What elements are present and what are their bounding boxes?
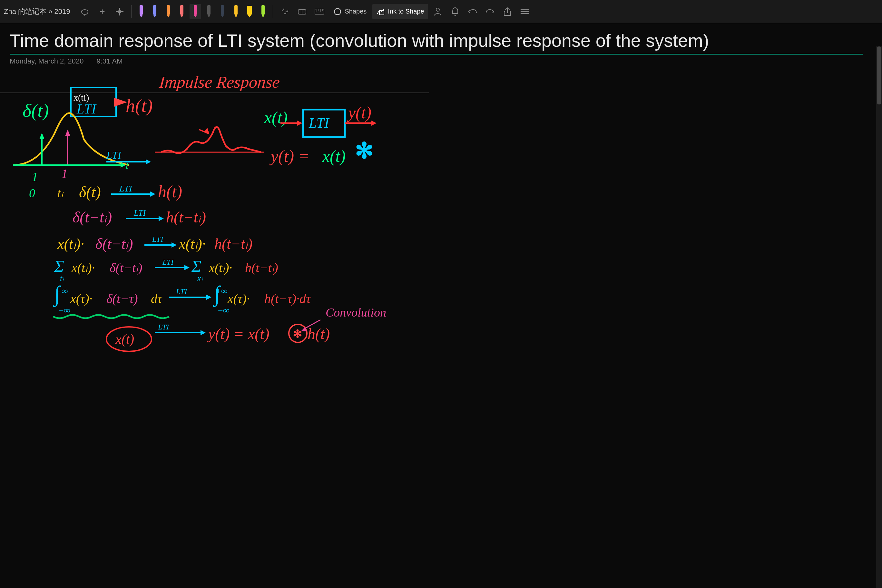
- svg-text:+∞: +∞: [56, 286, 68, 296]
- svg-text:δ(t−τ): δ(t−τ): [106, 291, 138, 306]
- svg-text:Σ: Σ: [54, 257, 64, 276]
- svg-text:h(t): h(t): [158, 183, 182, 201]
- pen-pink-active[interactable]: [189, 4, 201, 20]
- svg-text:tᵢ: tᵢ: [57, 186, 64, 200]
- svg-text:x(tᵢ)·: x(tᵢ)·: [57, 236, 84, 252]
- svg-text:LTI: LTI: [119, 183, 133, 194]
- canvas-area[interactable]: Time domain response of LTI system (conv…: [0, 23, 882, 588]
- svg-rect-12: [207, 5, 210, 15]
- svg-text:x(t): x(t): [264, 108, 288, 127]
- svg-text:Σ: Σ: [191, 257, 201, 276]
- shapes-button[interactable]: Shapes: [329, 4, 370, 20]
- svg-text:Impulse Response: Impulse Response: [158, 73, 281, 91]
- svg-text:Convolution: Convolution: [326, 306, 386, 319]
- svg-rect-18: [247, 6, 252, 14]
- svg-text:δ(t): δ(t): [22, 100, 49, 121]
- svg-marker-108: [206, 295, 212, 300]
- svg-marker-9: [180, 15, 183, 17]
- svg-marker-75: [150, 192, 155, 196]
- svg-text:✻: ✻: [355, 139, 373, 164]
- pen-indigo[interactable]: [149, 4, 160, 20]
- ink-to-shape-button[interactable]: Ink to Shape: [372, 4, 428, 20]
- svg-marker-15: [221, 15, 224, 17]
- svg-text:y(t): y(t): [346, 104, 371, 122]
- svg-text:y(t) =: y(t) =: [269, 147, 309, 166]
- svg-marker-11: [194, 15, 197, 17]
- pen-red[interactable]: [176, 4, 188, 20]
- svg-marker-5: [153, 15, 156, 17]
- pen-yellow-amber[interactable]: [230, 4, 242, 20]
- ink-annotations: Impulse Response δ(t) x(ti) LTI h(t) t 1…: [0, 23, 882, 588]
- svg-text:LTI: LTI: [106, 149, 122, 161]
- svg-marker-63: [297, 121, 302, 126]
- pen-black[interactable]: [203, 4, 215, 20]
- user-icon-button[interactable]: [430, 4, 446, 20]
- svg-text:x(τ)·: x(τ)·: [70, 291, 93, 306]
- svg-rect-8: [180, 5, 183, 15]
- toolbar: Zha 的笔记本 » 2019 +: [0, 0, 882, 23]
- svg-rect-10: [194, 5, 197, 15]
- ruler-button[interactable]: [312, 4, 327, 20]
- svg-text:LTI: LTI: [134, 208, 146, 218]
- svg-text:x(tᵢ)·: x(tᵢ)·: [208, 261, 232, 275]
- svg-text:LTI: LTI: [158, 323, 169, 331]
- svg-rect-4: [153, 5, 156, 15]
- svg-marker-3: [140, 15, 143, 17]
- svg-marker-86: [171, 242, 177, 248]
- scrollbar[interactable]: [876, 46, 882, 588]
- svg-marker-118: [201, 330, 206, 335]
- svg-text:LTI: LTI: [176, 287, 187, 296]
- svg-text:xᵢ: xᵢ: [197, 274, 203, 283]
- svg-marker-67: [371, 121, 376, 126]
- svg-marker-45: [39, 133, 45, 139]
- bell-button[interactable]: [447, 4, 463, 20]
- shapes-label: Shapes: [345, 8, 366, 15]
- pen-green[interactable]: [257, 4, 269, 20]
- more-button[interactable]: [517, 4, 532, 20]
- svg-text:x(τ)·: x(τ)·: [227, 291, 250, 306]
- pen-darkgray[interactable]: [217, 4, 228, 20]
- svg-rect-30: [335, 9, 340, 14]
- svg-text:x(ti): x(ti): [74, 93, 89, 102]
- redo-button[interactable]: [482, 4, 498, 20]
- svg-text:x(t): x(t): [115, 332, 134, 347]
- separator2: [273, 5, 273, 18]
- pen-yellow-bright[interactable]: [244, 4, 255, 20]
- pen-purple[interactable]: [135, 4, 147, 20]
- eraser-button[interactable]: [294, 4, 310, 20]
- svg-point-32: [436, 8, 440, 11]
- pen-orange[interactable]: [162, 4, 174, 20]
- svg-text:LTI: LTI: [76, 102, 97, 116]
- svg-text:h(t−τ)·dτ: h(t−τ)·dτ: [264, 291, 311, 306]
- svg-marker-95: [184, 265, 189, 270]
- svg-text:h(t−tᵢ): h(t−tᵢ): [214, 236, 252, 252]
- svg-marker-17: [234, 15, 238, 17]
- add-button[interactable]: +: [94, 4, 110, 20]
- svg-text:h(t−tᵢ): h(t−tᵢ): [245, 261, 278, 275]
- svg-marker-7: [166, 15, 170, 17]
- svg-text:+∞: +∞: [216, 286, 228, 296]
- lasso-tool-button[interactable]: [77, 4, 93, 20]
- touch-tool-button[interactable]: [277, 4, 292, 20]
- share-button[interactable]: [500, 4, 515, 20]
- svg-rect-2: [140, 5, 143, 15]
- svg-rect-20: [261, 5, 265, 15]
- svg-text:dτ: dτ: [151, 291, 162, 306]
- svg-text:−∞: −∞: [58, 305, 70, 315]
- svg-text:LTI: LTI: [162, 258, 174, 266]
- svg-rect-6: [166, 5, 170, 15]
- svg-marker-80: [159, 216, 164, 221]
- svg-rect-14: [221, 5, 224, 15]
- separator1: [131, 5, 132, 18]
- svg-text:LTI: LTI: [309, 115, 330, 131]
- svg-text:δ(t): δ(t): [79, 183, 101, 201]
- svg-text:1: 1: [32, 170, 38, 184]
- undo-button[interactable]: [465, 4, 480, 20]
- svg-text:0: 0: [29, 186, 35, 200]
- svg-text:δ(t−tᵢ): δ(t−tᵢ): [95, 236, 133, 252]
- svg-text:δ(t−tᵢ): δ(t−tᵢ): [72, 208, 112, 226]
- svg-text:LTI: LTI: [152, 235, 164, 243]
- scrollbar-thumb[interactable]: [877, 46, 881, 105]
- svg-marker-57: [146, 159, 151, 164]
- select-tool-button[interactable]: [112, 4, 128, 20]
